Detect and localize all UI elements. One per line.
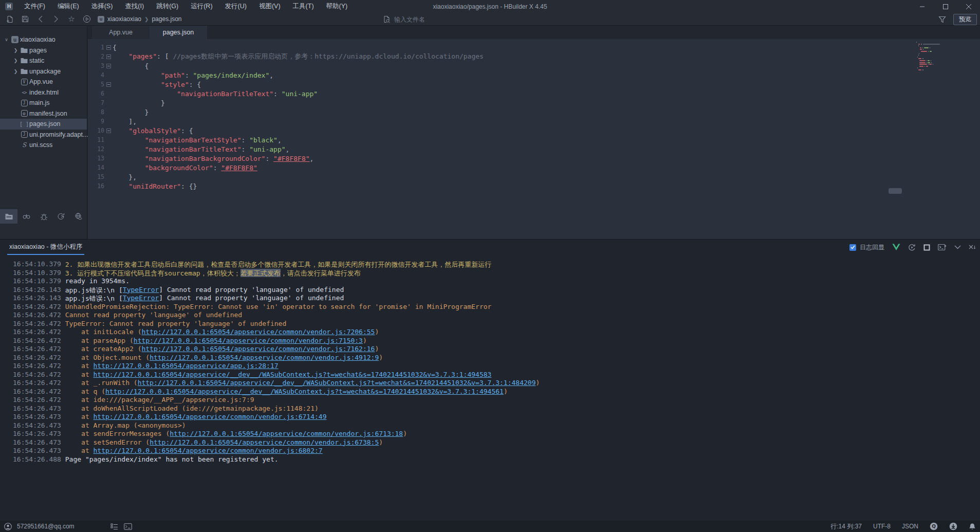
menubar-item[interactable]: 文件(F) (18, 0, 51, 13)
language-mode[interactable]: JSON (902, 523, 918, 530)
log-link[interactable]: http://127.0.0.1:65054/appservice/common… (134, 337, 363, 345)
log-link[interactable]: http://127.0.0.1:65054/appservice/common… (94, 413, 327, 421)
code-line[interactable]: 9 ], (88, 117, 980, 126)
notifications-bell-icon[interactable] (969, 523, 976, 530)
back-button[interactable] (33, 13, 48, 25)
menubar-item[interactable]: 发行(U) (219, 0, 253, 13)
code-line[interactable]: 10 "globalStyle": { (88, 126, 980, 135)
code-line[interactable]: 13 "navigationBarBackgroundColor": "#F8F… (88, 154, 980, 163)
new-file-button[interactable] (2, 13, 17, 25)
debug-panel-button[interactable] (35, 209, 52, 224)
update-download-icon[interactable] (949, 522, 957, 530)
code-line[interactable]: 8 } (88, 107, 980, 117)
close-button[interactable] (957, 0, 980, 13)
log-link[interactable]: http://127.0.0.1:65054/appservice/__dev_… (94, 371, 492, 379)
log-link[interactable]: http://127.0.0.1:65054/appservice/__dev_… (105, 388, 504, 396)
code-line[interactable]: 1{ (88, 43, 980, 52)
tree-item[interactable]: ❯unpackage (0, 66, 87, 77)
favorite-star-icon[interactable]: ☆ (64, 13, 79, 25)
menubar-item[interactable]: 帮助(Y) (320, 0, 354, 13)
tree-item[interactable]: <>index.html (0, 87, 87, 98)
feedback-icon[interactable]: Q (930, 522, 938, 530)
terminal-statusbar-button[interactable] (124, 523, 132, 530)
account-email[interactable]: 572951661@qq.com (17, 523, 75, 530)
tree-item[interactable]: Suni.scss (0, 140, 87, 151)
chevron-right-icon[interactable]: ❯ (12, 58, 19, 63)
breadcrumb-project[interactable]: xiaoxiaoxiao (107, 15, 141, 23)
tab-app-vue[interactable]: App.vue (92, 26, 150, 39)
console-logs[interactable]: 16:54:10.379 2. 如果出现微信开发者工具启动后白屏的问题，检查是否… (0, 255, 980, 464)
log-echo-checkbox[interactable] (849, 244, 856, 251)
menubar-item[interactable]: 视图(V) (253, 0, 287, 13)
tree-item[interactable]: [ ]pages.json (0, 119, 87, 130)
code-line[interactable]: 15 }, (88, 172, 980, 181)
code-line[interactable]: 3 { (88, 61, 980, 70)
log-link[interactable]: http://127.0.0.1:65054/appservice/app.js… (94, 362, 279, 371)
chevron-right-icon[interactable]: ❯ (12, 48, 19, 53)
menubar-item[interactable]: 运行(R) (184, 0, 218, 13)
stop-button[interactable] (923, 244, 930, 251)
code-line[interactable]: 2 "pages": [ //pages数组中第一项表示应用启动页，参考：htt… (88, 52, 980, 61)
tab-pages-json[interactable]: pages.json (150, 26, 207, 39)
code-line[interactable]: 7 } (88, 98, 980, 107)
code-line[interactable]: 16 "uniIdRouter": {} (88, 181, 980, 191)
log-link[interactable]: http://127.0.0.1:65054/appservice/__dev_… (138, 379, 536, 388)
code-area[interactable]: 1{2 "pages": [ //pages数组中第一项表示应用启动页，参考：h… (88, 39, 980, 191)
console-tab[interactable]: xiaoxiaoxiao - 微信小程序 (7, 240, 84, 255)
log-link[interactable]: http://127.0.0.1:65054/appservice/common… (141, 328, 375, 337)
tree-item[interactable]: ∨uxiaoxiaoxiao (0, 34, 87, 45)
chevron-right-icon[interactable]: ❯ (12, 69, 19, 74)
fold-marker-icon[interactable] (104, 45, 113, 50)
save-button[interactable] (17, 13, 33, 25)
breadcrumb-file[interactable]: pages.json (152, 15, 181, 23)
code-line[interactable]: 11 "navigationBarTextStyle": "black", (88, 135, 980, 144)
log-link[interactable]: http://127.0.0.1:65054/appservice/common… (150, 438, 379, 447)
tree-item[interactable]: Jmain.js (0, 98, 87, 108)
menubar-item[interactable]: 选择(S) (85, 0, 119, 13)
encoding-indicator[interactable]: UTF-8 (873, 523, 891, 530)
account-avatar-icon[interactable] (4, 523, 12, 530)
tree-item[interactable]: Juni.promisify.adapt... (0, 130, 87, 140)
fold-marker-icon[interactable] (104, 64, 113, 68)
fold-marker-icon[interactable] (104, 82, 113, 87)
collapse-panel-icon[interactable] (954, 245, 961, 249)
menubar-item[interactable]: 查找(I) (119, 0, 150, 13)
fold-marker-icon[interactable] (104, 54, 113, 59)
fold-marker-icon[interactable] (104, 129, 113, 133)
menubar-item[interactable]: 工具(T) (287, 0, 320, 13)
search-panel-button[interactable] (17, 209, 35, 224)
tree-item[interactable]: VApp.vue (0, 77, 87, 87)
outline-button[interactable] (110, 523, 119, 530)
scrollbar-thumb[interactable] (889, 188, 902, 194)
code-line[interactable]: 5 "style": { (88, 80, 980, 89)
file-search-box[interactable] (380, 14, 622, 24)
code-line[interactable]: 14 "backgroundColor": "#F8F8F8" (88, 163, 980, 172)
sync-panel-button[interactable] (52, 209, 70, 224)
tree-item[interactable]: ❯static (0, 56, 87, 66)
tree-item[interactable]: ❯pages (0, 45, 87, 56)
filter-funnel-icon[interactable] (938, 16, 946, 23)
log-link[interactable]: http://127.0.0.1:65054/appservice/common… (141, 345, 375, 354)
maximize-button[interactable] (934, 0, 957, 13)
chevron-down-icon[interactable]: ∨ (3, 37, 10, 42)
log-link[interactable]: TypeError (123, 294, 159, 303)
tree-item[interactable]: ⚙manifest.json (0, 108, 87, 119)
menubar-item[interactable]: 编辑(E) (51, 0, 85, 13)
restart-button[interactable] (908, 244, 916, 251)
close-console-icon[interactable] (969, 245, 976, 250)
log-link[interactable]: http://127.0.0.1:65054/appservice/common… (170, 430, 403, 438)
minimap[interactable] (916, 42, 953, 71)
minimize-button[interactable] (911, 0, 934, 13)
menubar-item[interactable]: 跳转(G) (150, 0, 184, 13)
code-line[interactable]: 4 "path": "pages/index/index", (88, 70, 980, 80)
code-line[interactable]: 12 "navigationBarTitleText": "uni-app", (88, 144, 980, 154)
log-link[interactable]: http://127.0.0.1:65054/appservice/common… (94, 447, 323, 455)
run-button[interactable] (79, 13, 95, 25)
log-link[interactable]: http://127.0.0.1:65054/appservice/common… (150, 354, 379, 362)
web-panel-button[interactable] (70, 209, 87, 224)
code-line[interactable]: 6 "navigationBarTitleText": "uni-app" (88, 89, 980, 98)
terminal-button[interactable] (938, 244, 947, 251)
log-link[interactable]: TypeError (123, 286, 159, 295)
files-panel-button[interactable] (0, 209, 17, 224)
preview-button[interactable]: 预览 (953, 14, 977, 25)
